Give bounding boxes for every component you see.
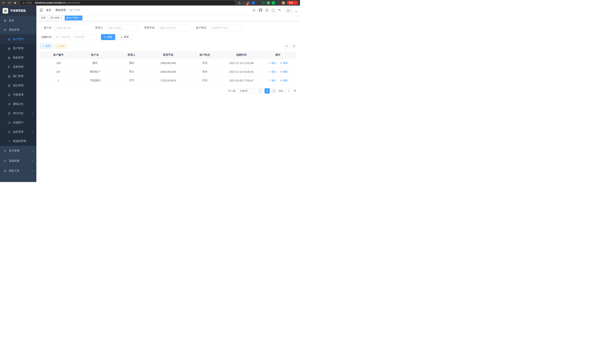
toolbar-right — [284, 43, 296, 49]
mobile-input[interactable] — [157, 25, 190, 31]
sidebar-item-infra[interactable]: 基础设施 — [0, 156, 36, 166]
close-icon[interactable]: × — [60, 17, 62, 19]
cell-actions: 修改 删除 — [260, 59, 296, 67]
delete-link[interactable]: 删除 — [280, 61, 288, 65]
help-button[interactable]: ? — [265, 9, 268, 12]
extension-icon[interactable] — [262, 1, 265, 4]
sidebar-item-label: 通知公告 — [13, 103, 23, 106]
user-avatar[interactable] — [285, 7, 292, 13]
tab-tenant[interactable]: 租户管理 × — [65, 16, 82, 20]
delete-link[interactable]: 删除 — [280, 70, 288, 74]
extension-icon[interactable]: Y — [267, 1, 270, 4]
extension-icon[interactable] — [282, 1, 285, 4]
toggle-search-button[interactable] — [284, 43, 289, 49]
edit-link[interactable]: 修改 — [268, 70, 276, 74]
chevron-down-icon — [31, 160, 33, 162]
next-page-button[interactable] — [271, 88, 276, 93]
pagination: 共 3 条 10条/页 1 前往 页 — [40, 88, 296, 93]
sidebar-item-notice[interactable]: 通知公告 — [0, 99, 36, 109]
user-menu-caret-icon[interactable] — [295, 11, 297, 12]
sidebar-item-system[interactable]: 系统管理 — [0, 25, 36, 35]
sidebar-item-menu[interactable]: 菜单管理 — [0, 62, 36, 72]
date-range-picker[interactable]: 开始日期 - 结束日期 — [54, 34, 96, 40]
extension-icon[interactable]: 10 — [247, 1, 250, 4]
status-select[interactable]: 请选择租户状态 — [209, 25, 242, 31]
sidebar-item-payment[interactable]: 支付管理 — [0, 146, 36, 156]
tenant-name-input[interactable] — [54, 25, 87, 31]
app-title: 芋道管理系统 — [10, 9, 26, 12]
extension-icon[interactable] — [257, 1, 260, 4]
sidebar-item-label: 字典管理 — [13, 93, 23, 96]
share-button[interactable] — [238, 1, 241, 4]
browser-update-button[interactable]: 更新 ⋮ — [287, 1, 298, 5]
delete-link[interactable]: 删除 — [280, 79, 288, 82]
extension-icon[interactable] — [272, 1, 275, 4]
browser-home-button[interactable] — [13, 1, 17, 5]
github-link-button[interactable] — [259, 9, 262, 12]
table-row: 1 芋道源码 芋艿 17321315478 开启 2021-01-05 17:0… — [40, 76, 296, 85]
chevron-down-icon — [31, 112, 33, 114]
search-button[interactable]: 搜索 — [101, 34, 115, 40]
sidebar-item-dev-tools[interactable]: 研发工具 — [0, 166, 36, 176]
contact-input[interactable] — [106, 25, 139, 31]
add-button[interactable]: 新增 — [40, 44, 53, 49]
sidebar-item-home[interactable]: 首页 — [0, 16, 36, 25]
refresh-icon — [293, 45, 295, 47]
page-number-button[interactable]: 1 — [264, 88, 270, 93]
tab-dept[interactable]: 部门管理 × — [49, 16, 64, 20]
export-button[interactable]: 导出 — [55, 44, 67, 49]
sidebar-item-dept[interactable]: 部门管理 — [0, 72, 36, 81]
font-size-button[interactable]: TT — [278, 9, 281, 12]
sidebar-item-post[interactable]: 岗位管理 — [0, 81, 36, 90]
browser-reload-button[interactable] — [7, 1, 11, 5]
refresh-table-button[interactable] — [291, 43, 296, 49]
sidebar-item-dict[interactable]: 字典管理 — [0, 90, 36, 99]
table-row: 107 测试租户 秃头 15601691300 关闭 2021-12-14 20… — [40, 67, 296, 76]
sidebar-item-audit-log[interactable]: 审计日志 — [0, 109, 36, 118]
tab-home[interactable]: 首页 — [39, 16, 47, 20]
edit-link[interactable]: 修改 — [268, 61, 276, 65]
sidebar-item-user[interactable]: 用户管理 — [0, 44, 36, 53]
browser-chrome: 不安全 dashboard.yudao.iocoder.cn/system/te… — [0, 0, 300, 6]
sidebar-item-online-users[interactable]: 在线用户 — [0, 118, 36, 127]
sidebar-item-label: 基础设施 — [9, 159, 19, 162]
goto-page-input[interactable] — [285, 88, 292, 93]
sidebar-item-label: 部门管理 — [13, 75, 23, 78]
sidebar: 芋道管理系统 首页 系统管理 租户管理 用户管理 角色管理 — [0, 6, 36, 182]
navbar-actions: ? TT — [253, 7, 297, 13]
header-search-button[interactable] — [253, 9, 256, 12]
chevron-left-icon — [260, 90, 262, 92]
extension-icon[interactable] — [252, 1, 255, 4]
url-path: /system/tenant — [65, 1, 80, 4]
total-count: 共 3 条 — [228, 89, 236, 93]
address-bar[interactable]: 不安全 dashboard.yudao.iocoder.cn/system/te… — [20, 1, 235, 5]
goto-label: 前往 — [279, 89, 283, 93]
edit-label: 修改 — [271, 70, 276, 74]
edit-link[interactable]: 修改 — [268, 79, 276, 82]
prev-page-button[interactable] — [258, 88, 263, 93]
browser-back-button[interactable] — [2, 1, 6, 5]
close-icon[interactable]: × — [79, 17, 81, 19]
page-size-select[interactable]: 10条/页 — [238, 88, 256, 93]
cell-created: 2021-12-14 20:49:44 — [223, 67, 260, 76]
sidebar-toggle-button[interactable] — [39, 8, 43, 12]
security-warning[interactable]: 不安全 — [22, 1, 32, 4]
filter-mobile: 联系手机 — [143, 25, 190, 31]
breadcrumb-home[interactable]: 首页 — [46, 9, 51, 12]
sidebar-item-error-code[interactable]: 错误码管理 — [0, 137, 36, 146]
extension-icon[interactable] — [277, 1, 280, 4]
breadcrumb-system[interactable]: 系统管理 — [55, 9, 66, 12]
top-navbar: 首页 / 系统管理 / 租户管理 ? T — [36, 6, 300, 15]
edit-pencil-icon — [268, 79, 270, 82]
tenant-table: 租户编号 租户名 联系人 联系手机 租户状态 创建时间 操作 108 测试 测试 — [40, 51, 296, 85]
browser-menu-icon[interactable]: ⋮ — [294, 1, 297, 4]
sidebar-item-sms[interactable]: 短信管理 — [0, 127, 36, 137]
bookmark-star-button[interactable]: ☆ — [243, 1, 245, 4]
fullscreen-button[interactable] — [272, 9, 275, 12]
column-header: 租户状态 — [187, 51, 223, 59]
cell-contact: 芋艿 — [113, 76, 150, 85]
reset-button[interactable]: 重置 — [117, 34, 132, 40]
sidebar-item-role[interactable]: 角色管理 — [0, 53, 36, 62]
sidebar-item-tenant[interactable]: 租户管理 — [0, 35, 36, 44]
sidebar-logo[interactable]: 芋道管理系统 — [0, 6, 36, 16]
